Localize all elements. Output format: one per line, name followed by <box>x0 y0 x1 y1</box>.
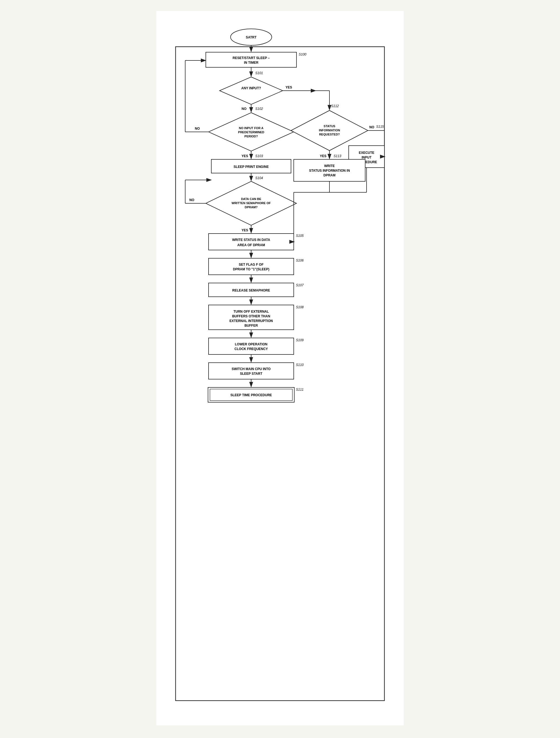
s106-t2: DPRAM TO "1"(SLEEP) <box>233 267 270 271</box>
s108-t4: BUFFER <box>245 324 258 328</box>
svg-rect-23 <box>209 258 294 275</box>
s102-q3: PERIOD? <box>245 135 258 138</box>
s100-text2: IN TIMER <box>244 61 259 65</box>
s102-label: S102 <box>255 107 263 111</box>
s112-label: S112 <box>331 104 339 108</box>
s110-t2: SLEEP START <box>240 372 262 376</box>
s101-label: S101 <box>255 71 263 75</box>
s104-q3: DPRAM? <box>245 206 257 209</box>
s108-t2: BUFFERS OTHER THAN <box>232 314 270 318</box>
s106-label: S106 <box>296 259 304 262</box>
s111-label: S111 <box>296 388 304 392</box>
s110-t1: SWITCH MAIN CPU INTO <box>232 367 271 371</box>
yes1: YES <box>285 85 292 89</box>
s105-t1: WRITE STATUS IN DATA <box>232 238 270 242</box>
s109-t2: CLOCK FREQUENCY <box>234 347 268 351</box>
s113-t2: STATUS INFORMATION IN <box>309 169 350 172</box>
s102-q1: NO INPUT FOR A <box>239 126 263 130</box>
s108-label: S108 <box>296 305 304 309</box>
s103-text: SLEEP PRINT ENGINE <box>234 165 269 169</box>
s108-t1: TURN OFF EXTERNAL <box>234 310 269 314</box>
s115-label: S115 <box>376 125 384 128</box>
s108-t3: EXTERNAL INTERRUPTION <box>230 319 273 323</box>
s100-text: RESET/START SLEEP – <box>233 56 270 60</box>
s100-label: S100 <box>299 52 306 56</box>
yes3: YES <box>242 228 248 232</box>
no1: NO <box>242 107 247 111</box>
s106-t1: SET FLAG F OF <box>239 263 264 267</box>
s109-t1: LOWER OPERATION <box>235 342 267 346</box>
svg-marker-6 <box>220 77 283 104</box>
s107-label: S107 <box>296 283 304 287</box>
s104-q2: WRITTEN SEMAPHORE OF <box>232 202 271 205</box>
s112-q1: STATUS <box>324 124 335 128</box>
yes4: YES <box>320 154 326 158</box>
no2: NO <box>195 127 200 130</box>
svg-rect-31 <box>209 363 294 379</box>
s113-label: S113 <box>334 154 341 158</box>
yes2: YES <box>242 154 248 158</box>
s104-label: S104 <box>255 176 263 180</box>
s110-label: S110 <box>296 363 304 367</box>
s113-t1: WRITE <box>324 164 335 168</box>
s115-t2: INPUT <box>362 155 372 159</box>
start-label: SATRT <box>246 35 257 39</box>
s115-t1: EXECUTE <box>359 151 374 155</box>
s112-q3: REQUESTED? <box>319 133 340 136</box>
s101-q: ANY INPUT? <box>241 86 261 90</box>
s109-label: S109 <box>296 338 304 342</box>
s105-label: S105 <box>296 234 304 238</box>
s103-label: S103 <box>255 154 263 158</box>
s102-q2: PREDETERMINED <box>238 130 264 134</box>
s112-q2: INFORMATION <box>319 128 340 132</box>
s105-t2: AREA OF DPRAM <box>237 243 265 247</box>
no4: NO <box>369 125 374 129</box>
s111-t1: SLEEP TIME PROCEDURE <box>230 393 272 397</box>
s113-t3: DPRAM <box>323 173 335 177</box>
svg-rect-29 <box>209 338 294 354</box>
no3: NO <box>189 198 194 202</box>
s107-t1: RELEASE SEMAPHORE <box>232 289 270 292</box>
s104-q1: DATA CAN BE <box>241 197 261 201</box>
flowchart-diagram: SATRT RESET/START SLEEP – IN TIMER S100 … <box>167 22 393 709</box>
page: SATRT RESET/START SLEEP – IN TIMER S100 … <box>156 11 404 725</box>
svg-rect-21 <box>209 234 294 250</box>
